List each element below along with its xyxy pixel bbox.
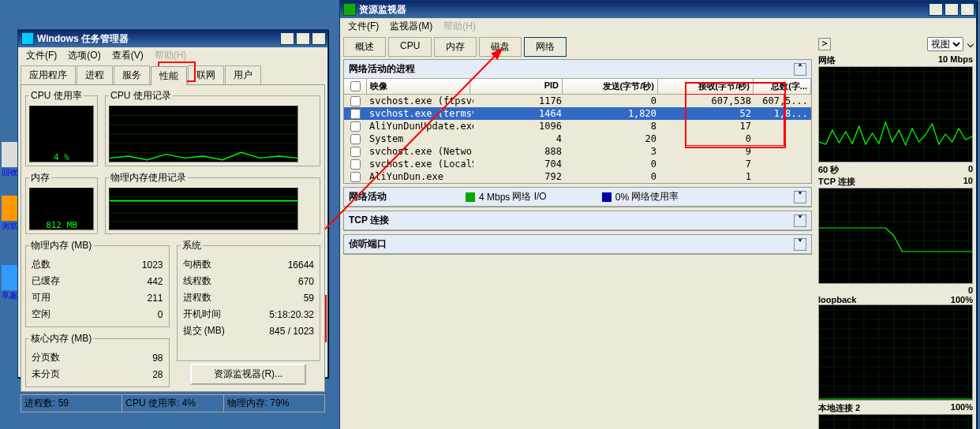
table-row[interactable]: System4200 (344, 132, 811, 145)
side-graph (818, 188, 973, 284)
mem-value: 812 MB (30, 220, 93, 230)
row-checkbox[interactable] (350, 159, 361, 170)
tm-title: Windows 任务管理器 (37, 32, 129, 46)
proc-name: svchost.exe (LocalServiceNe... (366, 158, 473, 170)
minimize-button[interactable]: _ (929, 3, 943, 16)
icon-label: 享趣 (2, 291, 17, 300)
resource-monitor-window: 资源监视器 _ □ × 文件(F) 监视器(M) 帮助(H) 概述 CPU 内存… (339, 0, 977, 429)
table-row[interactable]: svchost.exe (ftpsvc)11760607,538607,5... (344, 95, 811, 107)
desktop-icon-app[interactable]: 享趣 (2, 265, 17, 301)
desktop-icon-browser[interactable]: 浏览 (2, 196, 17, 232)
minimize-button[interactable]: _ (280, 32, 294, 45)
tab-network[interactable]: 网络 (524, 37, 567, 57)
expand-icon[interactable]: ˅ (794, 191, 806, 203)
table-row[interactable]: svchost.exe (termsvcs)14641,820521,8... (344, 107, 811, 120)
tab-overview[interactable]: 概述 (343, 37, 386, 57)
maximize-button[interactable]: □ (944, 3, 959, 16)
proc-pid: 704 (473, 158, 565, 170)
menu-file[interactable]: 文件(F) (343, 18, 383, 35)
view-select[interactable]: 视图 (927, 37, 963, 51)
tab-processes[interactable]: 进程 (77, 65, 113, 84)
table-row[interactable]: svchost.exe (NetworkService)88839 (344, 145, 811, 158)
proc-send: 1,820 (565, 107, 660, 120)
tab-memory[interactable]: 内存 (434, 37, 477, 57)
graph-title: TCP 连接 (818, 176, 855, 188)
menu-help[interactable]: 帮助(H) (150, 47, 192, 64)
expand-icon[interactable]: ˅ (794, 238, 806, 251)
desktop-icon-recycle[interactable]: 回收 (2, 142, 17, 178)
net-io-value: 4 Mbps (479, 192, 510, 203)
proc-total (754, 120, 811, 132)
select-all-checkbox[interactable] (350, 81, 361, 91)
resource-monitor-button[interactable]: 资源监视器(R)... (190, 364, 306, 385)
menu-options[interactable]: 选项(O) (63, 47, 105, 64)
proc-recv: 0 (660, 132, 754, 145)
row-checkbox[interactable] (350, 109, 361, 119)
panel-listen-title: 侦听端口 (349, 237, 387, 251)
proc-pid: 792 (473, 170, 565, 183)
rm-main: 概述 CPU 内存 磁盘 网络 网络活动的进程 ˄ 映像 PID 发送(字节/秒… (340, 34, 815, 429)
side-graph (818, 414, 973, 429)
net-util-label: 网络使用率 (631, 190, 679, 203)
cpu-usage-value: 4 % (30, 152, 93, 162)
col-recv[interactable]: 接收(字节/秒) (658, 79, 754, 94)
menu-help[interactable]: 帮助(H) (439, 18, 481, 35)
kernel-mem-table: 分页数98 未分页28 (29, 349, 166, 383)
collapse-icon[interactable]: ˄ (794, 63, 806, 76)
proc-total: 1,8... (754, 107, 811, 120)
col-pid[interactable]: PID (470, 79, 563, 94)
status-mem: 物理内存: 79% (224, 395, 324, 412)
menu-file[interactable]: 文件(F) (21, 47, 62, 64)
graph-max: 100% (951, 295, 973, 304)
row-checkbox[interactable] (350, 134, 361, 144)
close-button[interactable]: × (960, 3, 974, 16)
cpu-history-title: CPU 使用记录 (109, 89, 173, 103)
tm-titlebar[interactable]: Windows 任务管理器 _ □ × (18, 30, 327, 47)
kernel-mem-title: 核心内存 (MB) (29, 332, 93, 345)
menu-view[interactable]: 查看(V) (107, 47, 148, 64)
tab-apps[interactable]: 应用程序 (21, 65, 76, 84)
proc-name: System (366, 132, 473, 145)
tab-performance[interactable]: 性能 (151, 66, 187, 85)
proc-send: 20 (565, 132, 660, 145)
rm-titlebar[interactable]: 资源监视器 _ □ × (340, 1, 976, 18)
tab-disk[interactable]: 磁盘 (479, 37, 522, 57)
expand-icon[interactable]: ˅ (794, 214, 806, 227)
tm-body: CPU 使用率 4 % CPU 使用记录 内存 812 MB 物理内存使用记录 (21, 84, 325, 392)
close-button[interactable]: × (312, 32, 326, 45)
side-collapse-icon[interactable]: > (818, 38, 831, 50)
graph-xr: 0 (968, 285, 973, 295)
row-checkbox[interactable] (350, 172, 361, 182)
tab-users[interactable]: 用户 (225, 65, 261, 84)
legend-util-icon (602, 192, 612, 202)
chevron-down-icon[interactable] (967, 41, 974, 47)
col-total[interactable]: 总数(字... (754, 79, 811, 94)
table-row[interactable]: AliYunDun.exe79201 (344, 170, 811, 183)
icon-label: 回收 (2, 168, 17, 177)
panel-net-activity: 网络活动 4 Mbps 网络 I/O 0% 网络使用率 ˅ (343, 187, 812, 207)
graph-max: 10 (963, 176, 973, 188)
row-checkbox[interactable] (350, 121, 361, 132)
row-checkbox[interactable] (350, 96, 361, 106)
panel-net-processes: 网络活动的进程 ˄ 映像 PID 发送(字节/秒) 接收(字节/秒) 总数(字.… (343, 59, 812, 184)
net-util-value: 0% (615, 192, 629, 203)
col-send[interactable]: 发送(字节/秒) (563, 79, 658, 94)
mem-title: 内存 (29, 171, 51, 185)
row-checkbox[interactable] (350, 147, 361, 157)
phys-mem-table: 总数1023 已缓存442 可用211 空闲0 (29, 256, 166, 323)
proc-name: svchost.exe (termsvcs) (366, 107, 473, 120)
panel-net-activity-title: 网络活动 (349, 190, 387, 203)
proc-pid: 4 (473, 132, 565, 145)
col-image[interactable]: 映像 (367, 79, 470, 94)
maximize-button[interactable]: □ (296, 32, 310, 45)
tab-services[interactable]: 服务 (114, 65, 150, 84)
tab-network[interactable]: 联网 (188, 65, 224, 84)
panel-procs-title: 网络活动的进程 (349, 62, 415, 76)
table-row[interactable]: svchost.exe (LocalServiceNe...70407 (344, 158, 811, 170)
menu-monitor[interactable]: 监视器(M) (385, 18, 437, 35)
proc-pid: 1176 (473, 95, 565, 107)
tab-cpu[interactable]: CPU (388, 37, 432, 57)
rm-icon (343, 3, 356, 16)
proc-name: AliYunDun.exe (366, 170, 473, 183)
table-row[interactable]: AliYunDunUpdate.exe1096817 (344, 120, 811, 132)
